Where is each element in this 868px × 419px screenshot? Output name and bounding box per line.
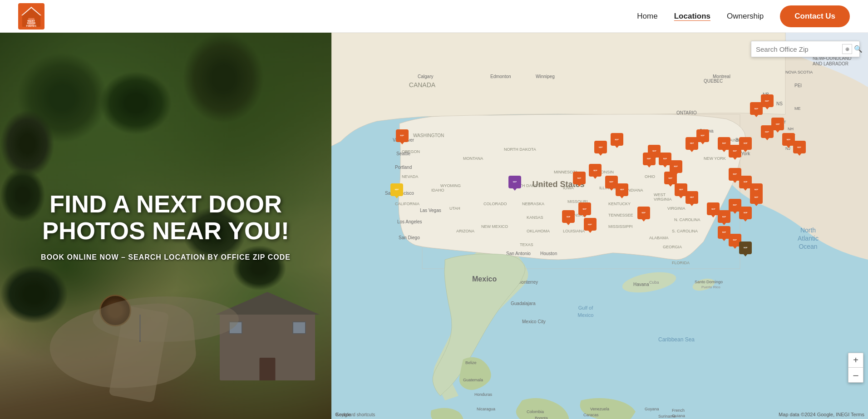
map-attribution-right: Map data ©2024 Google, INEGI Terms [779, 412, 864, 417]
svg-text:French: French [672, 408, 685, 413]
svg-text:Nicaragua: Nicaragua [477, 407, 495, 411]
map-pin-mn1[interactable]: NDP [594, 141, 607, 154]
svg-text:COLORADO: COLORADO [483, 202, 507, 206]
map-panel[interactable]: North Atlantic Ocean Caribbean Sea Gulf … [331, 33, 868, 419]
nav-locations[interactable]: Locations [674, 12, 710, 21]
svg-text:IOWA: IOWA [563, 186, 574, 190]
svg-text:Mexico City: Mexico City [522, 319, 546, 324]
map-pin-mo2[interactable]: NDP [616, 183, 628, 197]
svg-text:Seattle: Seattle [396, 151, 411, 156]
map-pin-pa1[interactable]: NDP [739, 137, 752, 151]
map-pin-on2[interactable]: NDP [761, 94, 774, 108]
svg-text:Winnipeg: Winnipeg [536, 74, 555, 79]
svg-text:Edmonton: Edmonton [490, 74, 511, 79]
map-pin-la1[interactable]: NDP [637, 207, 650, 220]
map-container[interactable]: North Atlantic Ocean Caribbean Sea Gulf … [331, 33, 868, 419]
map-pin-seattle[interactable]: NDP [396, 129, 409, 143]
svg-text:Havana: Havana [633, 282, 649, 287]
svg-text:NH: NH [788, 127, 794, 131]
svg-text:MONTANA: MONTANA [463, 156, 483, 161]
map-pin-mi2[interactable]: NDP [696, 129, 709, 143]
logo: NEXT DOOR PHOTOS [18, 3, 44, 30]
zoom-controls: + – [848, 353, 863, 383]
map-pin-mn2[interactable]: NDP [611, 133, 623, 147]
svg-text:Los Angeles: Los Angeles [397, 219, 422, 224]
svg-text:WEST: WEST [654, 192, 666, 197]
map-pin-ny2[interactable]: NDP [771, 118, 784, 131]
header: NEXT DOOR PHOTOS Home Locations Ownershi… [0, 0, 868, 33]
map-pin-la-ca[interactable]: NDP [390, 183, 403, 197]
svg-text:OKLAHOMA: OKLAHOMA [527, 229, 550, 233]
svg-text:North: North [800, 227, 816, 234]
map-pin-fl3[interactable]: NDP [739, 242, 752, 255]
svg-text:NEVADA: NEVADA [402, 174, 418, 179]
svg-text:NEW YORK: NEW YORK [704, 156, 726, 161]
logo-area[interactable]: NEXT DOOR PHOTOS [18, 3, 44, 30]
nav-home[interactable]: Home [637, 12, 657, 21]
main-content: FIND A NEXT DOOR PHOTOS NEAR YOU! BOOK O… [0, 0, 868, 419]
svg-text:Calgary: Calgary [418, 74, 433, 79]
svg-text:OHIO: OHIO [645, 174, 655, 179]
svg-text:PHOTOS: PHOTOS [26, 25, 36, 27]
svg-text:Venezuela: Venezuela [590, 407, 609, 411]
search-input[interactable] [756, 45, 842, 53]
svg-text:PEI: PEI [794, 83, 802, 88]
map-pin-ne1[interactable]: NDP [573, 172, 586, 185]
svg-text:Gulf of: Gulf of [578, 305, 593, 311]
map-background: North Atlantic Ocean Caribbean Sea Gulf … [331, 33, 868, 419]
svg-text:FLORIDA: FLORIDA [672, 261, 690, 265]
svg-text:VIRGINIA: VIRGINIA [654, 197, 672, 202]
map-pin-ct1[interactable]: NDP [793, 141, 806, 154]
svg-text:Las Vegas: Las Vegas [420, 208, 441, 213]
svg-text:NOVA SCOTIA: NOVA SCOTIA [785, 70, 813, 74]
nav-ownership[interactable]: Ownership [727, 12, 764, 21]
svg-marker-2 [23, 8, 40, 15]
svg-text:Cuba: Cuba [649, 280, 659, 285]
map-pin-ia1[interactable]: NDP [589, 164, 602, 177]
map-pin-wi1[interactable]: NDP [643, 153, 656, 166]
svg-text:WASHINGTON: WASHINGTON [413, 133, 444, 138]
map-pin-ga1[interactable]: NDP [718, 210, 730, 224]
svg-text:S. CAROLINA: S. CAROLINA [672, 229, 698, 233]
svg-text:Caracas: Caracas [583, 413, 599, 417]
svg-text:Santo Domingo: Santo Domingo [695, 280, 723, 284]
svg-text:CANADA: CANADA [409, 81, 436, 89]
contact-button[interactable]: Contact Us [780, 5, 850, 27]
svg-text:Guyana: Guyana [645, 407, 659, 411]
svg-text:TEXAS: TEXAS [520, 242, 533, 247]
map-pin-sc1[interactable]: NDP [750, 191, 763, 205]
svg-text:LOUISIANA: LOUISIANA [563, 229, 585, 233]
svg-text:Belize: Belize [465, 360, 477, 365]
map-pin-ga3[interactable]: NDP [739, 207, 752, 220]
svg-text:NEW MEXICO: NEW MEXICO [481, 224, 508, 229]
search-magnifier-icon[interactable]: 🔍 [854, 45, 863, 53]
search-bar[interactable]: ⊕ 🔍 [751, 41, 860, 57]
svg-text:VIRGINIA: VIRGINIA [667, 206, 686, 211]
svg-text:Guatemala: Guatemala [463, 378, 483, 382]
svg-text:MISSISSIPPI: MISSISSIPPI [608, 224, 633, 229]
map-pin-tn1[interactable]: NDP [686, 191, 698, 205]
svg-text:San Diego: San Diego [399, 235, 420, 240]
map-pin-tx1[interactable]: NDP [562, 210, 575, 224]
location-search-icon[interactable]: ⊕ [842, 44, 852, 54]
svg-text:INDIANA: INDIANA [626, 188, 643, 192]
svg-text:N. CAROLINA: N. CAROLINA [674, 217, 700, 222]
map-pin-tx2[interactable]: NDP [584, 218, 597, 232]
map-pin-tx3[interactable]: NDP [578, 202, 591, 216]
hero-text: FIND A NEXT DOOR PHOTOS NEAR YOU! BOOK O… [34, 190, 297, 261]
svg-text:CALIFORNIA: CALIFORNIA [395, 202, 419, 206]
search-controls: ⊕ 🔍 [842, 44, 863, 54]
svg-text:IDAHO: IDAHO [431, 188, 444, 192]
svg-text:AND LABRADOR: AND LABRADOR [813, 61, 848, 66]
svg-text:Colombia: Colombia [527, 409, 544, 414]
zoom-in-button[interactable]: + [848, 353, 863, 368]
map-pin-co1[interactable]: NDP [508, 176, 521, 189]
svg-text:Guiana: Guiana [672, 414, 685, 418]
hero-title: FIND A NEXT DOOR PHOTOS NEAR YOU! [34, 190, 297, 244]
svg-text:UTAH: UTAH [449, 206, 460, 211]
svg-text:ONTARIO: ONTARIO [676, 110, 697, 115]
zoom-out-button[interactable]: – [848, 368, 863, 382]
svg-text:WYOMING: WYOMING [440, 183, 461, 188]
svg-text:Houston: Houston [540, 251, 557, 256]
svg-text:KANSAS: KANSAS [527, 215, 543, 220]
